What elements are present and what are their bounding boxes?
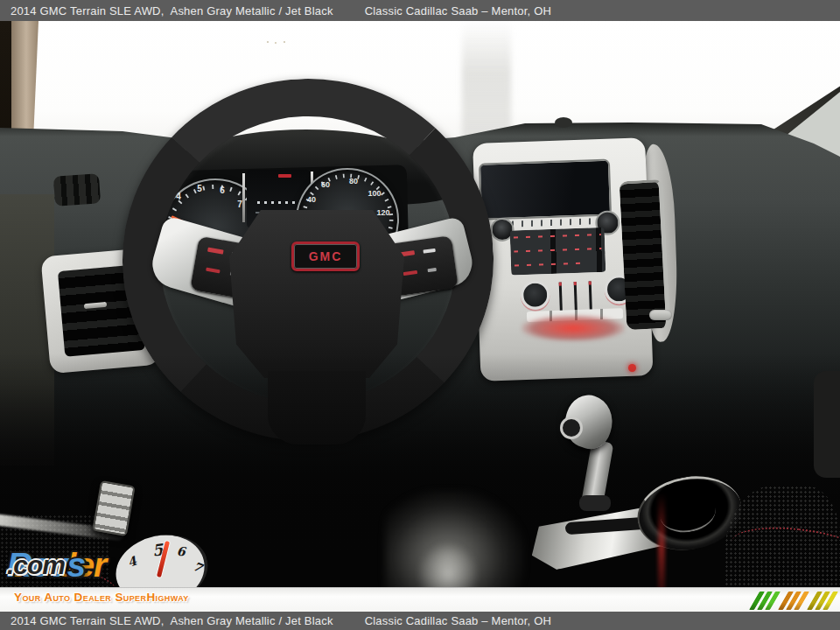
dash-sensor <box>555 117 572 128</box>
chrome-switch-pill <box>649 310 672 320</box>
watermark-gauge-label: 6 <box>176 544 186 559</box>
vehicle-interior-photo: 4 5 6 7 40 60 80 100 120 <box>0 21 840 612</box>
windshield-specks <box>267 41 269 43</box>
vehicle-title: 2014 GMC Terrain SLE AWD, <box>10 614 164 627</box>
page: 2014 GMC Terrain SLE AWD, Ashen Gray Met… <box>0 0 840 630</box>
bottom-caption-bar: 2014 GMC Terrain SLE AWD, Ashen Gray Met… <box>0 612 840 630</box>
wheel-button-white <box>423 248 435 254</box>
right-air-vent <box>620 179 671 330</box>
vehicle-color-spec: Ashen Gray Metallic / Jet Black <box>171 614 333 627</box>
wheel-button-red <box>207 248 224 255</box>
door-armrest <box>814 371 840 478</box>
defroster-vent <box>53 173 101 206</box>
gear-shifter-button <box>560 416 583 439</box>
wheel-button-gray <box>428 268 437 272</box>
top-caption-bar: 2014 GMC Terrain SLE AWD, Ashen Gray Met… <box>0 0 840 21</box>
gmc-logo-badge: GMC <box>291 242 360 271</box>
vehicle-color-spec: Ashen Gray Metallic / Jet Black <box>171 4 333 18</box>
wheel-button-red2 <box>403 270 417 276</box>
radio-display <box>479 159 612 220</box>
wheel-button-red2 <box>206 268 220 274</box>
gear-shifter-collar <box>579 495 611 511</box>
ambient-red-glow <box>522 315 625 341</box>
watermark-brand-com: .com <box>7 546 65 584</box>
vehicle-title: 2014 GMC Terrain SLE AWD, <box>10 4 164 18</box>
dealer-name: Classic Cadillac Saab – Mentor, OH <box>365 4 551 18</box>
dealer-name: Classic Cadillac Saab – Mentor, OH <box>365 614 551 627</box>
console-red-reflection <box>658 494 665 600</box>
watermark-tagline: Your Auto Dealer SuperHighway <box>14 591 189 604</box>
stripes-logo <box>754 591 836 610</box>
